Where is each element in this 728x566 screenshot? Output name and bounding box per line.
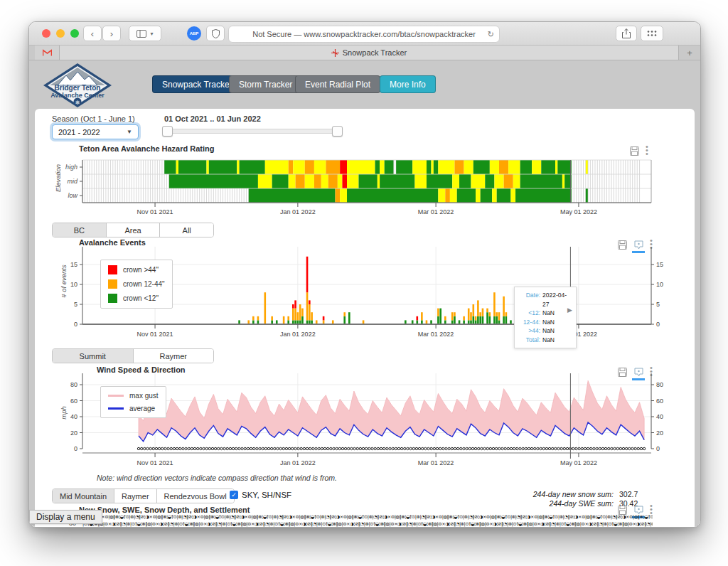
svg-text:10: 10 [656,281,663,288]
svg-text:5: 5 [656,301,660,308]
wind-station-tabs: Summit Raymer [52,348,214,363]
season-select[interactable]: 2021 - 2022 ▼ [52,124,139,139]
site-favicon [331,49,339,57]
svg-text:Jan 01 2022: Jan 01 2022 [280,208,316,215]
svg-text:low: low [68,192,77,199]
svg-text:80: 80 [656,381,663,388]
reload-icon[interactable]: ↻ [488,30,494,39]
svg-text:Mar 01 2022: Mar 01 2022 [418,208,454,215]
tab-raymer[interactable]: Raymer [134,349,214,363]
svg-text:5: 5 [74,301,77,308]
chart-menu-icon[interactable]: ••• [649,504,653,515]
forward-button[interactable]: › [102,26,121,41]
safari-window: ‹ › ▾ ABP Not Secure — www.snowpacktrack… [28,21,701,528]
svg-text:20: 20 [70,429,77,437]
btac-logo: Bridger Teton Avalanche Center ❄ [43,63,112,107]
legend-item: crown >44" [108,265,165,274]
snow-station-tabs: Mid Mountain Raymer Rendezvous Bowl [52,488,235,503]
tab-summit[interactable]: Summit [53,349,134,363]
address-bar[interactable]: Not Secure — www.snowpacktracker.com/bta… [228,26,500,43]
status-tooltip: Display a menu [29,510,102,524]
sky-checkbox[interactable]: ✓ [230,491,238,499]
sky-checkbox-row: ✓ SKY, SH/NSF [230,491,291,499]
svg-text:mid: mid [67,178,77,185]
season-value: 2021 - 2022 [58,128,100,137]
tab-snowpack-tracker[interactable]: Snowpack Tracker [60,46,679,60]
svg-text:0: 0 [74,321,77,328]
nav-storm-tracker-button[interactable]: Storm Tracker [229,75,302,93]
svg-text:0: 0 [74,445,77,452]
svg-text:Jan 01 2022: Jan 01 2022 [280,459,316,466]
legend-item: crown 12-44" [108,279,165,289]
svg-text:20: 20 [656,429,663,437]
hover-tooltip: Date:2022-04-27<12:NaN12-44:NaN>44:NaNTo… [514,287,577,348]
svg-text:40: 40 [70,413,77,420]
sidebar-icon [136,30,146,38]
svg-text:0: 0 [656,445,660,452]
url-text: Not Secure — www.snowpacktracker.com/bta… [252,30,476,38]
svg-text:80: 80 [70,381,77,388]
svg-text:Nov 01 2021: Nov 01 2021 [137,208,173,215]
new-snow-sum-value: 302.7 [619,490,649,499]
svg-text:60: 60 [70,397,77,405]
nav-event-radial-plot-button[interactable]: Event Radial Plot [295,75,380,93]
back-button[interactable]: ‹ [83,26,102,41]
svg-text:Nov 01 2021: Nov 01 2021 [137,331,173,338]
gmail-favicon [43,49,52,56]
legend-item: crown <12" [108,294,165,303]
share-button[interactable] [616,26,637,41]
legend-item: average [108,405,159,412]
tab-raymer-snow[interactable]: Raymer [114,489,157,503]
svg-text:Nov 01 2021: Nov 01 2021 [137,459,173,466]
svg-text:10: 10 [70,281,77,288]
svg-text:Bridger Teton: Bridger Teton [55,84,101,92]
slider-handle-start[interactable] [162,126,173,137]
new-snow-sum-label: 244-day new snow sum: [533,490,614,499]
slider-handle-end[interactable] [332,126,343,137]
wind-direction-note: Note: wind direction vectors indicate co… [97,474,337,482]
share-icon [622,28,631,38]
tab-bar: Snowpack Tracker + [29,46,700,60]
chevron-down-icon: ▾ [150,31,153,37]
svg-text:Avalanche Center: Avalanche Center [50,92,105,99]
tab-title: Snowpack Tracker [343,48,407,57]
swe-sum-label: 244-day SWE sum: [550,499,614,508]
svg-text:May 01 2022: May 01 2022 [560,208,597,215]
svg-text:❄: ❄ [75,100,80,106]
sky-checkbox-label: SKY, SH/NSF [242,491,291,499]
close-window-button[interactable] [42,29,50,38]
desktop: ‹ › ▾ ABP Not Secure — www.snowpacktrack… [0,0,728,566]
svg-text:Mar 01 2022: Mar 01 2022 [418,331,454,338]
sidebar-button[interactable]: ▾ [129,26,161,41]
events-legend: crown >44"crown 12-44"crown <12" [100,260,173,309]
browser-titlebar: ‹ › ▾ ABP Not Secure — www.snowpacktrack… [29,22,700,46]
snow-chart-symbol-row: ⊕|◔‖⊘¦◑×⊖|◍‖⊗¦◒†⊙|⊕|◔‖⊘¦◑×⊖|◍‖⊗¦◒†⊙|⊕|◔‖… [82,514,653,521]
svg-text:high: high [65,164,77,171]
tab-gmail[interactable] [35,46,60,60]
new-tab-button[interactable]: + [682,46,697,60]
tab-rendezvous-bowl[interactable]: Rendezvous Bowl [157,489,234,503]
select-caret-icon: ▼ [127,129,132,135]
adblock-extension-button[interactable]: ABP [187,26,201,41]
zoom-window-button[interactable] [70,29,79,38]
privacy-shield-button[interactable] [206,26,225,41]
date-range-slider[interactable] [164,129,341,134]
svg-text:15: 15 [656,261,663,268]
shield-icon [212,29,220,38]
svg-text:15: 15 [70,261,77,268]
svg-text:Mar 01 2022: Mar 01 2022 [418,459,454,466]
hazard-heatmap-chart: Nov 01 2021Jan 01 2022Mar 01 2022May 01 … [29,151,700,223]
snow-chart-title: New Snow, SWE, Snow Depth, and Settlemen… [79,506,250,514]
legend-item: max gust [108,392,159,400]
svg-text:40: 40 [656,413,663,420]
nav-more-info-button[interactable]: More Info [380,75,436,93]
minimize-window-button[interactable] [56,29,65,38]
svg-text:Jan 01 2022: Jan 01 2022 [280,331,316,338]
tab-mid-mountain[interactable]: Mid Mountain [53,489,114,503]
web-page: Bridger Teton Avalanche Center ❄ Snowpac… [29,60,700,527]
tab-overview-button[interactable] [641,26,663,41]
wind-legend: max gustaverage [100,386,166,418]
tab-grid-icon [647,30,657,37]
snow-chart-symbol-row: |⊙†◒¦⊗‖◍|⊖×◑¦⊘‖◔|⊕|⊙†◒¦⊗‖◍|⊖×◑¦⊘‖◔|⊕|⊙†◒… [82,521,653,527]
svg-text:May 01 2022: May 01 2022 [560,459,597,466]
